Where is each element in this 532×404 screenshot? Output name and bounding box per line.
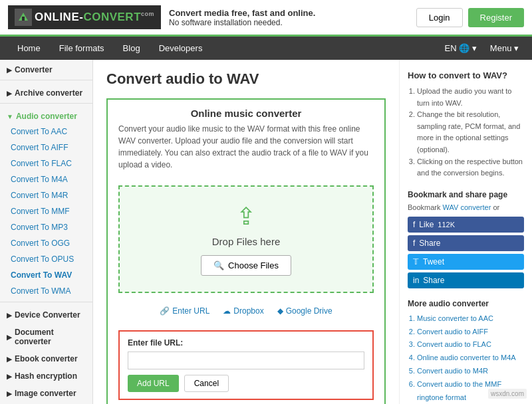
navbar-lang[interactable]: EN 🌐 ▾	[440, 37, 482, 60]
sidebar-section-document[interactable]: ▶ Document converter	[0, 322, 92, 349]
header-buttons: Login Register	[416, 8, 524, 27]
audio-arrow-icon: ▼	[7, 113, 13, 120]
navbar-blog[interactable]: Blog	[114, 37, 150, 60]
twitter-tweet-button[interactable]: 𝕋 Tweet	[408, 254, 524, 270]
hash-arrow-icon: ▶	[7, 373, 12, 380]
wav-converter-link[interactable]: WAV converter	[443, 203, 491, 211]
sidebar-section-hash[interactable]: ▶ Hash encryption	[0, 366, 92, 383]
more-item-m4a[interactable]: Online audio converter to M4A	[417, 352, 524, 365]
linkedin-share-button[interactable]: in Share	[408, 272, 524, 288]
how-to-title: How to convert to WAV?	[408, 70, 524, 80]
navbar-right: EN 🌐 ▾ Menu ▾	[440, 37, 524, 60]
enter-url-tab[interactable]: 🔗 Enter URL	[160, 306, 209, 316]
archive-arrow-icon: ▶	[7, 90, 12, 97]
sidebar-item-ogg[interactable]: Convert To OGG	[0, 235, 92, 251]
sidebar-section-ebook[interactable]: ▶ Ebook converter	[0, 349, 92, 366]
drop-text: Drop Files here	[133, 236, 359, 247]
facebook-share-button[interactable]: f Share	[408, 235, 524, 251]
converter-box: Online music converter Convert your audi…	[106, 98, 386, 404]
navbar-developers[interactable]: Developers	[150, 37, 212, 60]
image-arrow-icon: ▶	[7, 390, 12, 397]
logo-area: ONLINE-CONVERTcom Convert media free, fa…	[8, 5, 315, 29]
url-label: Enter file URL:	[128, 338, 364, 348]
main-content: Convert audio to WAV Online music conver…	[93, 60, 399, 404]
device-arrow-icon: ▶	[7, 312, 12, 319]
sidebar-section-audio[interactable]: ▼ Audio converter	[0, 106, 92, 124]
twitter-icon: 𝕋	[413, 257, 419, 266]
more-converters-title: More audio converter	[408, 299, 524, 308]
url-tabs: 🔗 Enter URL ☁ Dropbox ◆ Google Drive	[108, 300, 384, 324]
upload-icon: ⇪	[133, 203, 359, 231]
converter-arrow-icon: ▶	[7, 66, 12, 74]
more-item-aiff[interactable]: Convert audio to AIFF	[417, 326, 524, 339]
fb-icon: f	[413, 220, 415, 229]
more-item-flac[interactable]: Convert audio to FLAC	[417, 338, 524, 352]
logo-text: ONLINE-CONVERTcom	[35, 11, 154, 24]
how-to-step-2: Change the bit resolution, sampling rate…	[417, 109, 524, 155]
url-input-section: Enter file URL: Add URL Cancel	[118, 330, 374, 400]
sidebar-section-device[interactable]: ▶ Device Converter	[0, 305, 92, 322]
link-icon: 🔗	[160, 306, 170, 316]
url-input[interactable]	[128, 352, 364, 369]
sidebar-item-mmf[interactable]: Convert To MMF	[0, 203, 92, 219]
sidebar-item-m4r[interactable]: Convert To M4R	[0, 187, 92, 203]
navbar-menu[interactable]: Menu ▾	[485, 37, 524, 60]
logo: ONLINE-CONVERTcom	[8, 5, 161, 29]
navbar-left: Home File formats Blog Developers	[8, 37, 211, 60]
google-drive-tab[interactable]: ◆ Google Drive	[277, 306, 332, 316]
right-panel: How to convert to WAV? Upload the audio …	[399, 60, 532, 404]
drop-zone[interactable]: ⇪ Drop Files here 🔍 Choose Files	[118, 185, 374, 293]
more-item-aac[interactable]: Music converter to AAC	[417, 312, 524, 326]
sidebar-item-aiff[interactable]: Convert To AIFF	[0, 140, 92, 155]
tagline: Convert media free, fast and online. No …	[169, 8, 315, 27]
navbar-home[interactable]: Home	[8, 37, 50, 60]
search-icon: 🔍	[213, 260, 224, 270]
navbar-file-formats[interactable]: File formats	[50, 37, 114, 60]
sidebar-item-wav[interactable]: Convert To WAV	[0, 267, 92, 283]
dropbox-icon: ☁	[223, 306, 231, 316]
sidebar: ▶ Converter ▶ Archive converter ▼ Audio …	[0, 60, 93, 404]
register-button[interactable]: Register	[468, 8, 524, 27]
converter-desc: Convert your audio like music to the WAV…	[108, 123, 384, 179]
gdrive-icon: ◆	[277, 306, 283, 316]
converter-title: Online music converter	[108, 100, 384, 123]
login-button[interactable]: Login	[416, 8, 463, 27]
sidebar-item-wma[interactable]: Convert To WMA	[0, 283, 92, 299]
choose-files-button[interactable]: 🔍 Choose Files	[201, 255, 291, 276]
url-buttons: Add URL Cancel	[128, 375, 364, 392]
navbar: Home File formats Blog Developers EN 🌐 ▾…	[0, 37, 532, 60]
sidebar-section-archive[interactable]: ▶ Archive converter	[0, 83, 92, 100]
facebook-like-button[interactable]: f Like 112K	[408, 217, 524, 233]
add-url-button[interactable]: Add URL	[128, 375, 179, 392]
logo-icon	[15, 9, 32, 26]
dropbox-tab[interactable]: ☁ Dropbox	[223, 306, 263, 316]
page-title: Convert audio to WAV	[106, 70, 386, 88]
bookmark-title: Bookmark and share page	[408, 190, 524, 199]
how-to-step-3: Clicking on the respective button and th…	[417, 156, 524, 179]
watermark: wsxdn.com	[488, 389, 527, 399]
ebook-arrow-icon: ▶	[7, 355, 12, 363]
more-item-m4r[interactable]: Convert audio to M4R	[417, 365, 524, 378]
sidebar-section-converter[interactable]: ▶ Converter	[0, 60, 92, 77]
main-layout: ▶ Converter ▶ Archive converter ▼ Audio …	[0, 60, 532, 404]
header: ONLINE-CONVERTcom Convert media free, fa…	[0, 0, 532, 37]
sidebar-item-flac[interactable]: Convert To FLAC	[0, 155, 92, 171]
sidebar-item-m4a[interactable]: Convert To M4A	[0, 171, 92, 187]
document-arrow-icon: ▶	[7, 334, 12, 341]
sidebar-section-image[interactable]: ▶ Image converter	[0, 383, 92, 401]
bookmark-text: Bookmark WAV converter or	[408, 203, 524, 211]
cancel-button[interactable]: Cancel	[184, 375, 229, 392]
svg-rect-1	[22, 17, 25, 21]
sidebar-item-opus[interactable]: Convert To OPUS	[0, 251, 92, 267]
how-to-list: Upload the audio you want to turn into W…	[408, 86, 524, 179]
fb-share-icon: f	[413, 239, 415, 248]
sidebar-section-software[interactable]: ▶ Software Converter	[0, 401, 92, 404]
bookmark-section: Bookmark and share page Bookmark WAV con…	[408, 190, 524, 288]
sidebar-item-mp3[interactable]: Convert To MP3	[0, 219, 92, 235]
linkedin-icon: in	[413, 276, 419, 285]
how-to-step-1: Upload the audio you want to turn into W…	[417, 86, 524, 109]
sidebar-item-aac[interactable]: Convert To AAC	[0, 124, 92, 140]
